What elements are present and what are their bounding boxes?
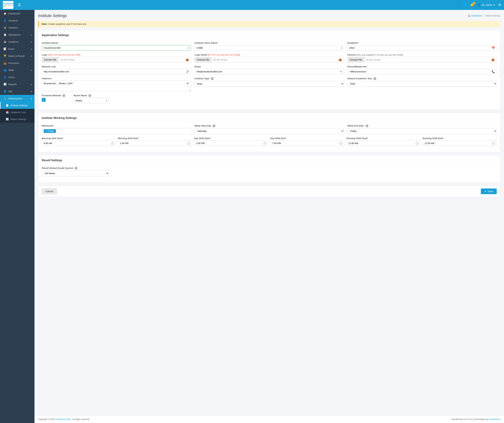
week-end-label: Week End Day* ? — [348, 124, 497, 127]
logo-small-choose-button[interactable]: Choose File — [195, 57, 211, 62]
phone-input[interactable] — [348, 69, 497, 74]
brand: CloudSchool manage school in cloud — [3, 1, 13, 9]
website-input[interactable] — [42, 69, 191, 74]
frontend-checkbox[interactable] — [42, 98, 46, 102]
evening-end-label: Evening Shift End* — [423, 137, 497, 140]
address-input[interactable]: Dhanmondi, Dhaka-1207 — [42, 81, 191, 91]
morning-start-input[interactable] — [42, 141, 116, 146]
clock-icon-morning-end: 🕐 — [187, 142, 190, 145]
sidebar-item-attendance[interactable]: 📋 Attendance ◂ — [0, 31, 35, 38]
calendar-icon: 📅 — [492, 46, 495, 49]
sidebar-label-academic: Academic — [8, 41, 19, 43]
footer-copyright: Copyright © 2020 — [38, 418, 55, 421]
info-icon-short-name: ℹ — [341, 46, 342, 49]
form-row-frontend: Frontend Website ? Board Name ? ℹ — [42, 94, 130, 103]
application-settings-title: Application Settings — [42, 34, 497, 38]
institute-short-name-input[interactable] — [195, 45, 344, 51]
sidebar-sub-admin: 📄 Institute Settings 📅 Academic Year 📊 R… — [0, 102, 35, 123]
sidebar-subitem-report-settings[interactable]: 📊 Report Settings — [0, 116, 35, 123]
address-group: Address* Dhanmondi, Dhaka-1207 📍 — [42, 77, 191, 91]
working-settings-card: Institute Working Settings Weekends* × F… — [38, 113, 500, 152]
footer-rights: . All rights reserved. — [71, 418, 90, 421]
board-name-group: Board Name ? ℹ — [74, 94, 109, 103]
board-name-input-wrapper: ℹ — [74, 98, 109, 103]
board-name-label: Board Name ? — [74, 94, 109, 97]
grade-select[interactable]: 100 Marks — [42, 171, 109, 176]
save-button[interactable]: ✔ Save — [481, 189, 497, 194]
sidebar-item-students[interactable]: 👤 Students — [0, 17, 35, 24]
sidebar-item-users[interactable]: 👤 Users — [0, 74, 35, 81]
info-icon-week-end[interactable]: ? — [366, 124, 368, 127]
institute-type-select[interactable]: Boys — [195, 81, 344, 87]
info-icon-week-start[interactable]: ? — [213, 124, 215, 127]
evening-start-input[interactable] — [346, 141, 420, 146]
morning-end-input[interactable] — [118, 141, 192, 146]
morning-start-label: Morning Shift Start* — [42, 137, 116, 140]
cancel-button[interactable]: Cancel — [42, 188, 57, 194]
establish-group: Establish* 📅 — [348, 42, 497, 51]
favicon-upload-icon: 📤 — [490, 58, 497, 61]
weekends-input[interactable]: × Friday — [42, 128, 191, 134]
form-row-address: Address* Dhanmondi, Dhaka-1207 📍 Institu… — [42, 77, 497, 91]
default-year-select[interactable]: 2020 — [348, 81, 497, 87]
clock-icon-morning-start: 🕐 — [111, 142, 114, 145]
day-end-wrapper: 🕐 — [270, 141, 344, 146]
user-label: Mr. admin — [482, 4, 492, 6]
breadcrumb-home-link[interactable]: Dashboard — [472, 14, 482, 17]
phone-icon: 📞 — [492, 70, 495, 73]
day-start-input[interactable] — [194, 141, 268, 146]
info-icon-year[interactable]: ? — [373, 77, 376, 80]
info-icon-board[interactable]: ? — [88, 94, 91, 97]
info-icon-type[interactable]: ? — [211, 77, 214, 80]
caret-icon: ▾ — [494, 4, 495, 6]
action-bar: Cancel ✔ Save — [38, 186, 500, 197]
sidebar-item-promotion[interactable]: 📤 Promotion — [0, 60, 35, 67]
sidebar-item-dashboard[interactable]: 🏠 Dashboard — [0, 10, 35, 17]
logo-small-file-wrapper: Choose File No file chosen 📤 — [195, 57, 344, 62]
bell-button[interactable]: 🔔 5 — [470, 3, 474, 7]
board-name-input[interactable] — [74, 98, 109, 103]
institute-name-input[interactable] — [42, 45, 191, 51]
sidebar-subitem-academic-year[interactable]: 📅 Academic Year — [0, 109, 35, 116]
info-icon-frontend[interactable]: ? — [62, 94, 65, 97]
sidebar-item-site[interactable]: 🌐 Site ◂ — [0, 88, 35, 95]
location-icon: 📍 — [186, 82, 189, 86]
sidebar-item-marks[interactable]: 🏆 Marks & Result ◂ — [0, 52, 35, 60]
evening-end-wrapper: 🕐 — [423, 141, 497, 146]
footer-dev-link[interactable]: CloudSchool — [488, 418, 500, 421]
hamburger-button[interactable]: ☰ — [16, 2, 22, 8]
sidebar-item-hrm[interactable]: 👥 HRM ◂ — [0, 67, 35, 74]
tag-x[interactable]: × — [45, 130, 47, 132]
logo-box: CloudSchool manage school in cloud — [3, 1, 13, 9]
week-start-select[interactable]: Saturday — [195, 128, 344, 134]
morning-end-group: Morning Shift End* 🕐 — [118, 137, 192, 146]
sidebar-item-teachers[interactable]: 👩‍🏫 Teachers — [0, 24, 35, 31]
sidebar-item-reports[interactable]: 📊 Reports ◂ — [0, 81, 35, 88]
footer: Copyright © 2020 CloudSchool BD . All ri… — [35, 415, 504, 423]
day-start-wrapper: 🕐 — [194, 141, 268, 146]
globe-button[interactable]: 🌐 — [463, 3, 467, 7]
evening-end-input[interactable] — [423, 141, 497, 146]
user-menu-button[interactable]: 👤 Mr. admin ▾ — [478, 4, 495, 6]
week-end-select[interactable]: Friday — [348, 128, 497, 134]
tag-label: Friday — [48, 130, 54, 132]
attendance-icon: 📋 — [3, 33, 6, 36]
favicon-choose-button[interactable]: Choose File — [348, 57, 364, 62]
sidebar-label-site: Site — [8, 90, 12, 93]
logo-small-hint: [50 X 50 max size and max 512kb] — [208, 54, 240, 56]
info-icon-grade[interactable]: ? — [75, 167, 78, 170]
logo-choose-button[interactable]: Choose File — [42, 57, 59, 62]
sidebar-item-exam[interactable]: 📝 Exam ◂ — [0, 45, 35, 52]
footer-brand-link[interactable]: CloudSchool BD — [55, 418, 71, 421]
evening-end-group: Evening Shift End* 🕐 — [423, 137, 497, 146]
establish-input[interactable] — [348, 45, 497, 51]
sidebar-subitem-institute-settings[interactable]: 📄 Institute Settings — [0, 102, 35, 109]
default-year-group: Default Academic Year ? 2020 — [348, 77, 497, 91]
settings-button[interactable]: ⚙ — [498, 3, 501, 7]
day-end-input[interactable] — [270, 141, 344, 146]
sidebar-label-exam: Exam — [8, 48, 14, 50]
address-input-wrapper: Dhanmondi, Dhaka-1207 📍 — [42, 81, 191, 91]
sidebar-item-academic[interactable]: 📚 Academic ◂ — [0, 38, 35, 45]
sidebar-item-administrator[interactable]: 🔧 Administrator ◂ — [0, 95, 35, 102]
email-input[interactable] — [195, 69, 344, 74]
